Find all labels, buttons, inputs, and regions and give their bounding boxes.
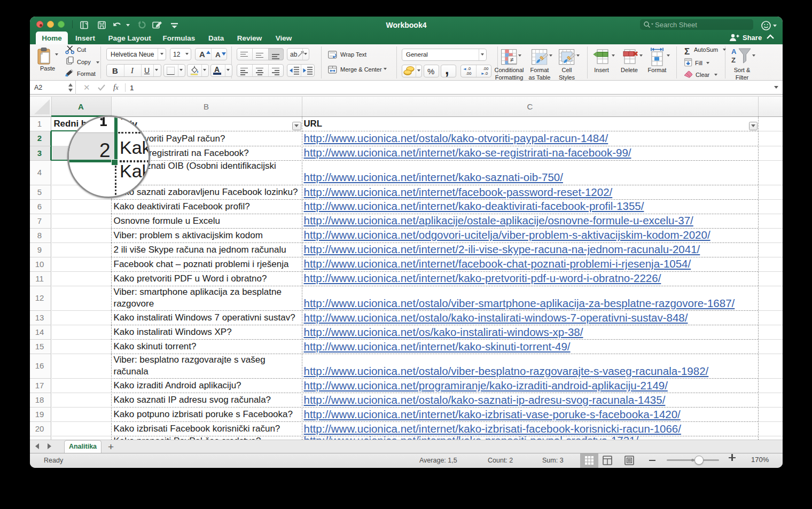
svg-text:≠: ≠ bbox=[510, 56, 514, 64]
svg-text:Z: Z bbox=[731, 56, 736, 64]
svg-text:.0: .0 bbox=[467, 66, 471, 71]
svg-text:A: A bbox=[731, 48, 737, 56]
svg-text:.00: .00 bbox=[466, 71, 471, 76]
